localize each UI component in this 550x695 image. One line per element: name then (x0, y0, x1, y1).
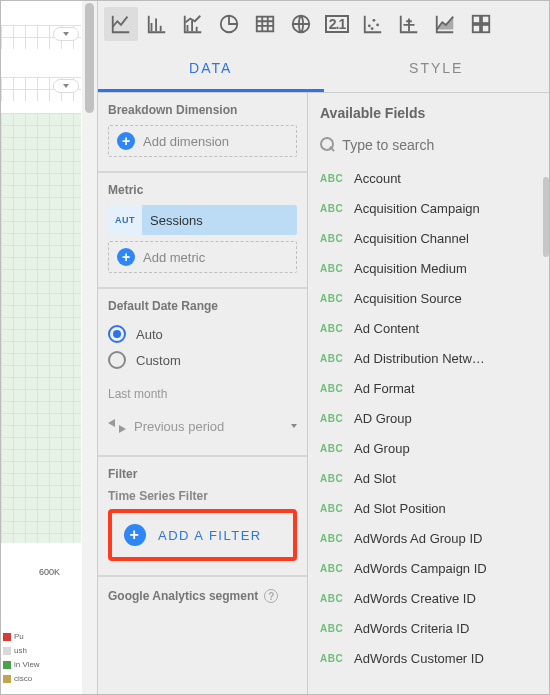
geo-icon (290, 13, 312, 35)
section-title: Metric (108, 183, 297, 197)
field-item[interactable]: ABCAcquisition Channel (308, 223, 543, 253)
data-config-column: Breakdown Dimension + Add dimension Metr… (98, 93, 308, 694)
svg-rect-9 (473, 25, 480, 32)
field-item[interactable]: ABCAccount (308, 163, 543, 193)
plus-icon: + (124, 524, 146, 546)
filter-subtitle: Time Series Filter (108, 489, 297, 503)
comparison-select[interactable]: Previous period (108, 411, 297, 441)
field-search-input[interactable] (342, 137, 537, 153)
field-item[interactable]: ABCAdWords Campaign ID (308, 553, 543, 583)
ga-segment-label: Google Analytics segment (108, 589, 258, 603)
chart-type-scorecard[interactable]: 2.1 (320, 7, 354, 41)
field-item[interactable]: ABCAd Content (308, 313, 543, 343)
field-type-badge: ABC (320, 503, 344, 514)
field-name: Acquisition Source (354, 291, 462, 306)
canvas-scrollbar[interactable] (82, 1, 98, 694)
field-item[interactable]: ABCAd Distribution Netw… (308, 343, 543, 373)
field-item[interactable]: ABCAdWords Ad Group ID (308, 523, 543, 553)
field-type-badge: ABC (320, 383, 344, 394)
add-filter-label: ADD A FILTER (158, 528, 262, 543)
add-filter-highlight: + ADD A FILTER (108, 509, 297, 561)
field-type-badge: ABC (320, 533, 344, 544)
radio-custom[interactable]: Custom (108, 347, 297, 373)
section-ga-segment: Google Analytics segment ? (98, 577, 307, 603)
scorecard-icon: 2.1 (325, 15, 349, 33)
field-name: AdWords Ad Group ID (354, 531, 482, 546)
legend-item: in View (1, 658, 81, 672)
field-name: Ad Slot (354, 471, 396, 486)
field-search[interactable] (308, 127, 549, 163)
field-item[interactable]: ABCAcquisition Campaign (308, 193, 543, 223)
table-icon (254, 13, 276, 35)
field-item[interactable]: ABCAd Slot (308, 463, 543, 493)
chart-type-combo[interactable] (176, 7, 210, 41)
add-filter-button[interactable]: + ADD A FILTER (116, 517, 289, 553)
section-title: Filter (108, 467, 297, 481)
legend-item: Pu (1, 630, 81, 644)
chart-type-area[interactable] (428, 7, 462, 41)
chart-type-scatter[interactable] (356, 7, 390, 41)
axis-tick-label: 600K (39, 567, 60, 577)
tab-data[interactable]: DATA (98, 47, 324, 92)
canvas-chart-preview (1, 113, 81, 543)
field-item[interactable]: ABCAcquisition Source (308, 283, 543, 313)
field-item[interactable]: ABCAd Slot Position (308, 493, 543, 523)
metric-chip-sessions[interactable]: AUT Sessions (108, 205, 297, 235)
field-item[interactable]: ABCAd Format (308, 373, 543, 403)
available-fields-column: Available Fields ABCAccountABCAcquisitio… (308, 93, 549, 694)
radio-label: Custom (136, 353, 181, 368)
field-item[interactable]: ABCAdWords Customer ID (308, 643, 543, 673)
field-name: Account (354, 171, 401, 186)
svg-point-4 (373, 19, 376, 22)
field-item[interactable]: ABCAdWords Criteria ID (308, 613, 543, 643)
tab-style[interactable]: STYLE (324, 47, 550, 92)
section-date-range: Default Date Range Auto Custom Last mont… (98, 289, 307, 457)
field-type-badge: ABC (320, 563, 344, 574)
section-filter: Filter Time Series Filter + ADD A FILTER (98, 457, 307, 577)
field-item[interactable]: ABCAcquisition Medium (308, 253, 543, 283)
scrollbar-thumb[interactable] (85, 3, 94, 113)
panel-tabs: DATA STYLE (98, 47, 549, 93)
add-dimension-button[interactable]: + Add dimension (108, 125, 297, 157)
widget-menu[interactable] (53, 79, 79, 93)
compare-arrows-icon (108, 419, 126, 433)
legend-label: in View (14, 658, 40, 672)
field-item[interactable]: ABCAd Group (308, 433, 543, 463)
field-type-badge: ABC (320, 203, 344, 214)
radio-label: Auto (136, 327, 163, 342)
field-item[interactable]: ABCAdWords Creative ID (308, 583, 543, 613)
section-metric: Metric AUT Sessions + Add metric (98, 173, 307, 289)
field-type-badge: ABC (320, 623, 344, 634)
comparison-label: Previous period (134, 419, 224, 434)
chart-type-table[interactable] (248, 7, 282, 41)
field-type-badge: ABC (320, 653, 344, 664)
chart-type-pie[interactable] (212, 7, 246, 41)
pivot-icon (470, 13, 492, 35)
radio-icon (108, 325, 126, 343)
radio-auto[interactable]: Auto (108, 321, 297, 347)
chevron-down-icon (63, 84, 69, 88)
field-name: Ad Slot Position (354, 501, 446, 516)
add-metric-button[interactable]: + Add metric (108, 241, 297, 273)
canvas-widget (1, 77, 81, 101)
field-type-badge: ABC (320, 263, 344, 274)
report-canvas-preview: 600K Puushin Viewcisco (1, 1, 81, 694)
chart-type-bar[interactable] (140, 7, 174, 41)
legend-swatch (3, 661, 11, 669)
chart-type-time-series[interactable] (104, 7, 138, 41)
add-metric-label: Add metric (143, 250, 205, 265)
field-type-badge: ABC (320, 173, 344, 184)
field-list-scrollbar[interactable] (543, 177, 549, 257)
legend-label: ush (14, 644, 27, 658)
combo-icon (182, 13, 204, 35)
scatter-icon (362, 13, 384, 35)
help-icon[interactable]: ? (264, 589, 278, 603)
field-type-badge: ABC (320, 233, 344, 244)
chart-type-geo[interactable] (284, 7, 318, 41)
chart-type-bullet[interactable] (392, 7, 426, 41)
widget-menu[interactable] (53, 27, 79, 41)
svg-rect-10 (482, 25, 489, 32)
field-type-badge: ABC (320, 323, 344, 334)
field-item[interactable]: ABCAD Group (308, 403, 543, 433)
chart-type-pivot[interactable] (464, 7, 498, 41)
